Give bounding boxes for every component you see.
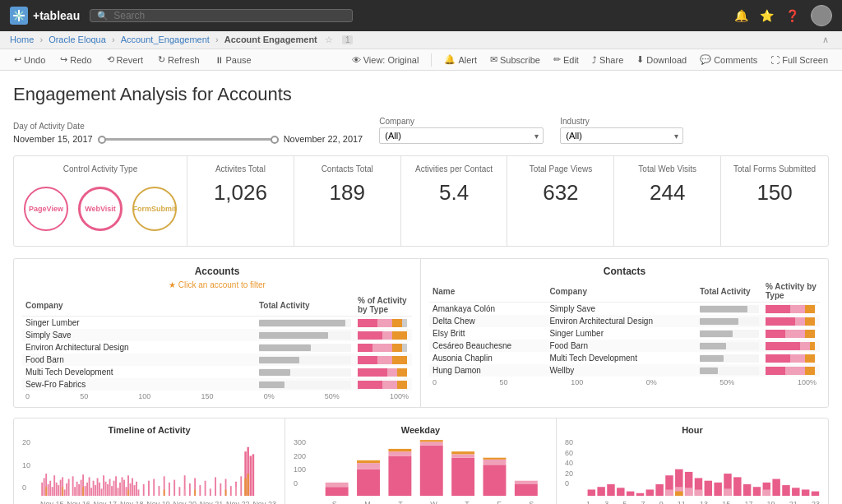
- slider-track[interactable]: [98, 138, 279, 141]
- industry-select[interactable]: (All): [560, 127, 683, 144]
- breadcrumb-current: Account Engagement: [224, 35, 317, 44]
- hour-section: Hour 80 60 40 20 0: [557, 418, 828, 504]
- date-filter-slider[interactable]: November 15, 2017 November 22, 2017: [13, 134, 363, 144]
- star-icon[interactable]: ⭐: [760, 9, 774, 22]
- breadcrumb-eloqua[interactable]: Oracle Eloqua: [49, 35, 106, 44]
- bell-icon[interactable]: 🔔: [734, 9, 748, 22]
- table-row[interactable]: Amankaya Colón Simply Save: [429, 303, 820, 316]
- kpi-activities-per-contact: Activities per Contact 5.4: [401, 156, 508, 246]
- svg-rect-118: [675, 492, 682, 496]
- contacts-section: Contacts Name Company Total Activity % A…: [421, 259, 828, 407]
- svg-rect-90: [357, 463, 380, 469]
- view-original-button[interactable]: 👁 View: Original: [348, 53, 423, 67]
- activities-total-value: 1,026: [197, 180, 284, 206]
- svg-rect-62: [153, 479, 155, 496]
- date-filter: Day of Activity Date November 15, 2017 N…: [13, 122, 363, 144]
- toolbar-right: 👁 View: Original 🔔 Alert ✉ Subscribe ✏ E…: [348, 53, 832, 67]
- subscribe-button[interactable]: ✉ Subscribe: [486, 53, 544, 67]
- web-visits-value: 244: [624, 180, 710, 206]
- table-row[interactable]: Elsy Britt Singer Lumber: [429, 327, 820, 340]
- weekday-x-labels: S M T W T F S: [318, 498, 548, 504]
- pause-button[interactable]: ⏸ Pause: [210, 53, 256, 67]
- alert-label: Alert: [458, 55, 477, 65]
- webvisit-circle[interactable]: WebVisit: [78, 187, 123, 231]
- contact-name: Ausonia Chaplin: [429, 352, 546, 364]
- bar-fill: [259, 320, 345, 326]
- svg-rect-87: [326, 487, 349, 496]
- table-row[interactable]: Multi Tech Development: [22, 366, 412, 378]
- table-row[interactable]: Sew-Fro Fabrics: [22, 378, 412, 391]
- table-row[interactable]: Ausonia Chaplin Multi Tech Development: [429, 352, 820, 364]
- help-icon[interactable]: ❓: [785, 9, 799, 22]
- share-button[interactable]: ⤴ Share: [588, 53, 627, 67]
- app-name: +tableau: [33, 9, 80, 22]
- collapse-icon[interactable]: ∧: [822, 35, 829, 45]
- table-row[interactable]: Hung Damon Wellby: [429, 364, 820, 377]
- col-pct-activity: % of Activity by Type: [354, 294, 412, 317]
- bottom-charts: Timeline of Activity 20 10 0: [13, 418, 829, 504]
- company-select-wrapper: (All): [379, 127, 544, 144]
- slider-thumb-right[interactable]: [271, 136, 279, 144]
- search-input[interactable]: [113, 10, 345, 21]
- table-row[interactable]: Delta Chew Environ Architectural Design: [429, 315, 820, 327]
- download-button[interactable]: ⬇ Download: [632, 53, 691, 67]
- bookmark-icon[interactable]: ☆: [325, 35, 333, 44]
- table-row[interactable]: Simply Save: [22, 329, 412, 341]
- breadcrumb-account-engagement-parent[interactable]: Account_Engagement: [121, 35, 210, 44]
- slider-thumb-left[interactable]: [98, 136, 106, 144]
- comments-button[interactable]: 💬 Comments: [696, 53, 761, 67]
- undo-button[interactable]: ↩ Undo: [10, 53, 49, 67]
- date-end: November 22, 2017: [284, 134, 363, 144]
- svg-rect-113: [655, 484, 663, 496]
- x-9: 9: [659, 500, 664, 504]
- kpi-page-views: Total Page Views 632: [507, 156, 614, 246]
- main-content: Engagement Analysis for Accounts Day of …: [0, 71, 842, 504]
- top-navigation: +tableau 🔍 🔔 ⭐ ❓: [0, 0, 842, 31]
- seg-light-pink: [790, 305, 805, 313]
- activity-bar: [259, 381, 351, 389]
- breadcrumb-home[interactable]: Home: [10, 35, 34, 44]
- toolbar: ↩ Undo ↪ Redo ⟲ Revert ↻ Refresh ⏸ Pause…: [0, 49, 842, 71]
- weekday-title: Weekday: [294, 425, 548, 435]
- company-name: Multi Tech Development: [22, 366, 256, 378]
- full-screen-button[interactable]: ⛶ Full Screen: [766, 53, 832, 67]
- table-row[interactable]: Singer Lumber: [22, 317, 412, 330]
- svg-rect-91: [357, 460, 380, 463]
- toolbar-sep-1: [431, 53, 432, 67]
- svg-rect-12: [58, 485, 59, 496]
- x-nov19: Nov 19: [146, 500, 170, 504]
- formsubmit-circle[interactable]: FormSubmit: [132, 187, 177, 231]
- table-row[interactable]: Environ Architectural Design: [22, 341, 412, 354]
- table-row[interactable]: Food Barn: [22, 354, 412, 366]
- pct-bar-cell: [762, 364, 820, 377]
- seg-light-pink: [377, 356, 392, 364]
- svg-rect-129: [753, 487, 761, 496]
- svg-rect-60: [143, 484, 145, 496]
- slider-fill: [98, 138, 279, 141]
- search-bar[interactable]: 🔍: [90, 9, 353, 22]
- y-60: 60: [565, 449, 573, 457]
- axis-100: 100: [571, 378, 583, 386]
- table-row[interactable]: Cesáreo Beauchesne Food Barn: [429, 340, 820, 352]
- stacked-bar: [766, 367, 815, 375]
- svg-rect-96: [420, 442, 443, 445]
- refresh-button[interactable]: ↻ Refresh: [154, 53, 204, 67]
- kpi-web-visits: Total Web Visits 244: [614, 156, 721, 246]
- pageview-circle[interactable]: PageView: [24, 187, 68, 231]
- x-23: 23: [812, 500, 820, 504]
- redo-button[interactable]: ↪ Redo: [56, 53, 95, 67]
- seg-light-pink: [382, 381, 397, 389]
- company-select[interactable]: (All): [379, 127, 544, 144]
- y-label-20: 20: [22, 438, 30, 446]
- timeline-svg: [40, 438, 276, 496]
- pct-bar-cell: [762, 327, 820, 340]
- svg-rect-42: [115, 476, 117, 496]
- svg-rect-28: [86, 483, 88, 496]
- alert-button[interactable]: 🔔 Alert: [440, 53, 481, 67]
- seg-light-pink: [800, 342, 810, 350]
- revert-button[interactable]: ⟲ Revert: [103, 53, 147, 67]
- edit-button[interactable]: ✏ Edit: [549, 53, 583, 67]
- avatar[interactable]: [811, 5, 832, 26]
- y-0: 0: [565, 479, 573, 488]
- stacked-bar: [358, 319, 407, 327]
